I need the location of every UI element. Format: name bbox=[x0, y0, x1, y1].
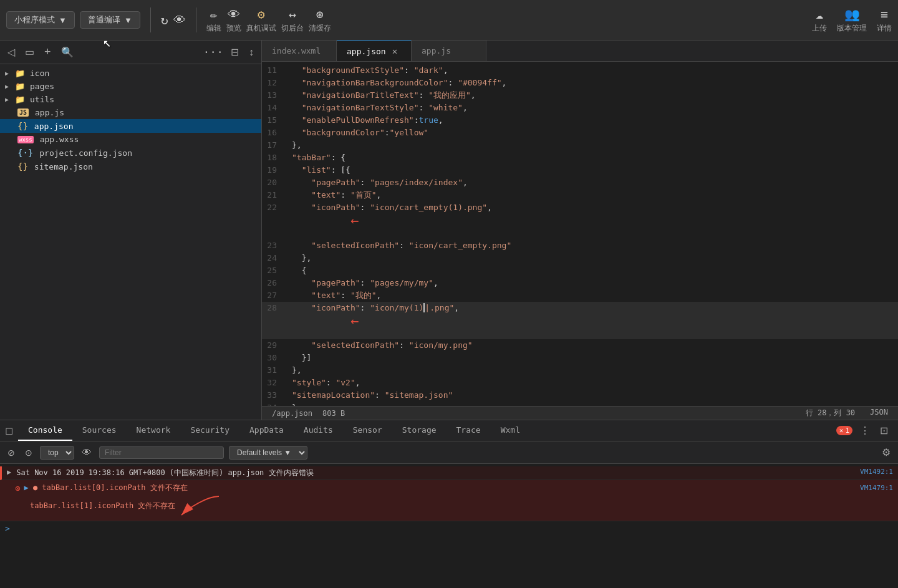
tab-sensor[interactable]: Sensor bbox=[343, 420, 392, 441]
code-line-28: 28 "iconPath": "icon/my(1)|.png", ← bbox=[262, 302, 898, 340]
console-filter-input[interactable] bbox=[99, 446, 224, 459]
sidebar-layout-btn[interactable]: ▭ bbox=[22, 45, 37, 59]
line-content-14: "navigationBarTextStyle": "white", bbox=[287, 102, 898, 114]
tab-close-appjson[interactable]: ✕ bbox=[392, 46, 397, 56]
tree-item-utils[interactable]: ▶ 📁 utils bbox=[0, 93, 261, 106]
tab-security[interactable]: Security bbox=[180, 420, 239, 441]
console-clear-btn[interactable]: ⊘ bbox=[5, 445, 17, 460]
console-expand-btn[interactable]: ⊡ bbox=[877, 422, 891, 439]
background-btn[interactable]: ↔ 切后台 bbox=[281, 7, 304, 34]
editor-area: index.wxml app.json ✕ app.js 11 "backgro… bbox=[262, 41, 898, 420]
debug-btn[interactable]: ⚙ 真机调试 bbox=[246, 7, 276, 34]
tab-console[interactable]: Console bbox=[18, 420, 72, 441]
tab-audits[interactable]: Audits bbox=[294, 420, 343, 441]
code-line-18: 18 "tabBar": { bbox=[262, 152, 898, 164]
bottom-panel: ◻ Console Sources Network Security AppDa… bbox=[0, 420, 898, 588]
sidebar-filter-btn[interactable]: ⊟ bbox=[228, 45, 241, 59]
upload-btn[interactable]: ☁ 上传 bbox=[812, 7, 827, 34]
mode-selector[interactable]: 小程序模式 ▼ bbox=[6, 11, 75, 29]
code-line-24: 24 }, bbox=[262, 252, 898, 264]
edit-group: ✏ 编辑 bbox=[206, 7, 221, 34]
red-arrow-annotation bbox=[181, 493, 231, 518]
code-editor[interactable]: 11 "backgroundTextStyle": "dark", 12 "na… bbox=[262, 62, 898, 406]
error-source[interactable]: VM1479:1 bbox=[860, 484, 893, 492]
devtools-toggle-btn[interactable]: ◻ bbox=[0, 422, 18, 439]
eye-icon: 👁 bbox=[173, 12, 186, 27]
tree-label-sitemapjson: sitemap.json bbox=[34, 162, 93, 171]
tab-appjson[interactable]: app.json ✕ bbox=[337, 41, 412, 61]
tree-label-projectconfig: project.config.json bbox=[39, 148, 132, 158]
console-output[interactable]: ▶ Sat Nov 16 2019 19:38:16 GMT+0800 (中国标… bbox=[0, 464, 898, 588]
sidebar-add-btn[interactable]: + bbox=[42, 44, 54, 60]
line-num-20: 20 bbox=[262, 176, 287, 189]
line-num-18: 18 bbox=[262, 152, 287, 164]
tab-console-label: Console bbox=[28, 425, 62, 435]
clear-btn[interactable]: ⊛ 清缓存 bbox=[309, 7, 331, 34]
line-content-13: "navigationBarTitleText": "我的应用", bbox=[287, 89, 898, 102]
tree-item-sitemapjson[interactable]: {} sitemap.json bbox=[0, 160, 261, 173]
sidebar-collapse-btn[interactable]: ◁ bbox=[5, 45, 17, 59]
line-content-29: "selectedIconPath": "icon/my.png" bbox=[287, 339, 898, 352]
tab-label-appjs: app.js bbox=[422, 46, 451, 55]
version-btn[interactable]: 👥 版本管理 bbox=[837, 7, 867, 34]
tab-wxml[interactable]: Wxml bbox=[491, 420, 530, 441]
detail-btn[interactable]: ≡ 详情 bbox=[877, 7, 892, 34]
error-expand-icon: ▶ bbox=[7, 468, 11, 476]
code-line-34: 34 } bbox=[262, 402, 898, 406]
compile-selector[interactable]: 普通编译 ▼ bbox=[80, 11, 140, 29]
console-settings-btn[interactable]: ⚙ bbox=[879, 444, 893, 461]
console-menu-btn[interactable]: ⋮ bbox=[857, 422, 872, 439]
line-content-33: "sitemapLocation": "sitemap.json" bbox=[287, 389, 898, 402]
refresh-btn[interactable]: ↻ bbox=[161, 12, 168, 27]
main-layout: ◁ ▭ + 🔍 ··· ⊟ ↕ ▶ 📁 icon ▶ 📁 bbox=[0, 41, 898, 420]
tab-sensor-label: Sensor bbox=[353, 425, 382, 435]
line-num-31: 31 bbox=[262, 364, 287, 377]
sidebar-search-btn[interactable]: 🔍 bbox=[59, 45, 76, 59]
tab-trace[interactable]: Trace bbox=[447, 420, 491, 441]
tab-network[interactable]: Network bbox=[127, 420, 181, 441]
code-line-19: 19 "list": [{ bbox=[262, 164, 898, 176]
tab-network-label: Network bbox=[137, 425, 171, 435]
error-expand-triangle[interactable]: ▶ bbox=[24, 483, 32, 492]
edit-btn[interactable]: ✏ 编辑 bbox=[206, 7, 221, 34]
editor-status-bar: /app.json 803 B 行 28，列 30 JSON bbox=[262, 406, 898, 420]
context-select[interactable]: top bbox=[40, 446, 74, 460]
console-stop-btn[interactable]: ⊙ bbox=[22, 445, 35, 460]
preview-action-label: 预览 bbox=[226, 23, 241, 34]
tab-sources[interactable]: Sources bbox=[72, 420, 127, 441]
tab-indexwxml[interactable]: index.wxml bbox=[262, 41, 337, 61]
detail-label: 详情 bbox=[877, 23, 892, 34]
prompt-arrow: > bbox=[5, 524, 10, 533]
sidebar-expand-btn[interactable]: ↕ bbox=[246, 46, 256, 59]
preview-btn[interactable]: 👁 bbox=[173, 12, 186, 27]
tab-trace-label: Trace bbox=[456, 425, 481, 435]
line-num-11: 11 bbox=[262, 64, 287, 77]
status-format: JSON bbox=[870, 408, 888, 418]
version-label: 版本管理 bbox=[837, 23, 867, 34]
tree-item-appjs[interactable]: JS app.js bbox=[0, 106, 261, 119]
status-left: /app.json 803 B bbox=[272, 409, 345, 418]
sitemap-icon: {} bbox=[17, 161, 28, 171]
tree-label-appjson: app.json bbox=[34, 122, 74, 131]
tree-item-appwxss[interactable]: wxss app.wxss bbox=[0, 133, 261, 146]
background-group: ↔ 切后台 bbox=[281, 7, 304, 34]
line-num-23: 23 bbox=[262, 239, 287, 252]
tree-label-pages: pages bbox=[30, 82, 54, 91]
error-header-source[interactable]: VM1492:1 bbox=[860, 468, 893, 476]
tree-item-pages[interactable]: ▶ 📁 pages bbox=[0, 80, 261, 93]
preview-action-btn[interactable]: 👁 预览 bbox=[226, 7, 241, 34]
tab-storage[interactable]: Storage bbox=[392, 420, 447, 441]
console-prompt[interactable]: > bbox=[0, 521, 898, 536]
error-line2-row: tabBar.list[1].iconPath 文件不存在 bbox=[15, 493, 231, 518]
tree-item-appjson[interactable]: {} app.json bbox=[0, 119, 261, 133]
line-content-15: "enablePullDownRefresh":true, bbox=[287, 114, 898, 127]
code-line-22: 22 "iconPath": "icon/cart_empty(1).png",… bbox=[262, 201, 898, 239]
tab-appdata[interactable]: AppData bbox=[239, 420, 294, 441]
tree-item-projectconfig[interactable]: {·} project.config.json bbox=[0, 146, 261, 160]
tab-appjs[interactable]: app.js bbox=[412, 41, 486, 61]
sidebar-more-btn[interactable]: ··· bbox=[203, 46, 223, 59]
eye-console-btn[interactable]: 👁 bbox=[79, 445, 94, 461]
tree-item-icon[interactable]: ▶ 📁 icon bbox=[0, 67, 261, 80]
console-levels-select[interactable]: Default levels ▼ bbox=[229, 446, 307, 460]
edit-label: 编辑 bbox=[206, 23, 221, 34]
